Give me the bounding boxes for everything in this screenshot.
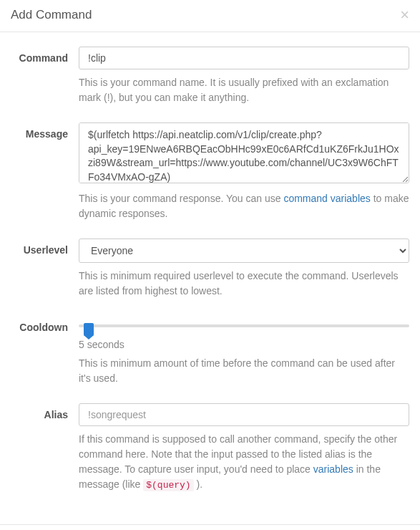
alias-label: Alias (11, 403, 79, 506)
cooldown-label: Cooldown (11, 316, 79, 399)
userlevel-label: Userlevel (11, 238, 79, 312)
command-label: Command (11, 47, 79, 118)
modal-header: Add Command × (0, 0, 420, 32)
slider-track (79, 324, 409, 327)
query-code: $(query) (143, 479, 193, 491)
add-command-modal: Add Command × Command This is your comma… (0, 0, 420, 530)
message-help: This is your command response. You can u… (79, 191, 409, 221)
close-icon[interactable]: × (400, 7, 409, 23)
message-textarea[interactable]: $(urlfetch https://api.neatclip.com/v1/c… (79, 122, 409, 183)
command-input[interactable] (79, 47, 409, 69)
message-row: Message $(urlfetch https://api.neatclip.… (11, 122, 409, 234)
cooldown-slider[interactable] (79, 316, 409, 332)
modal-title: Add Command (11, 8, 92, 22)
userlevel-row: Userlevel Everyone This is minimum requi… (11, 238, 409, 312)
cooldown-help: This is minimum amount of time before th… (79, 356, 409, 386)
alias-row: Alias If this command is supposed to cal… (11, 403, 409, 506)
userlevel-help: This is minimum required userlevel to ex… (79, 269, 409, 299)
modal-body: Command This is your command name. It is… (0, 32, 420, 524)
slider-handle[interactable] (84, 323, 94, 336)
cooldown-value: 5 seconds (79, 339, 409, 350)
message-label: Message (11, 122, 79, 234)
alias-help: If this command is supposed to call anot… (79, 432, 409, 493)
alias-input[interactable] (79, 403, 409, 426)
userlevel-select[interactable]: Everyone (79, 238, 409, 263)
command-help: This is your command name. It is usually… (79, 75, 409, 105)
modal-footer: Submit Cancel (0, 524, 420, 531)
cooldown-row: Cooldown 5 seconds This is minimum amoun… (11, 316, 409, 399)
variables-link[interactable]: variables (313, 463, 353, 475)
command-variables-link[interactable]: command variables (283, 193, 370, 204)
command-row: Command This is your command name. It is… (11, 47, 409, 118)
